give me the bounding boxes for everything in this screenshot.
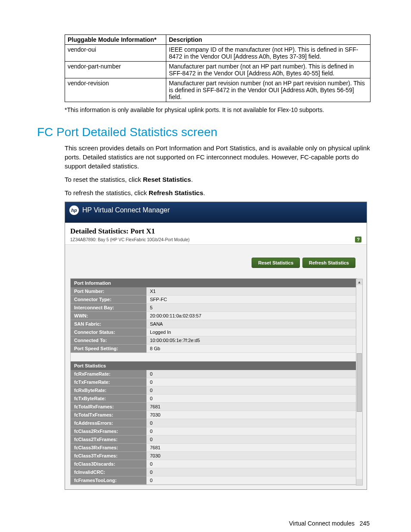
grid-key: fcClass3TxFrames:	[71, 452, 146, 460]
grid-key: fcTxFrameRate:	[71, 378, 146, 386]
grid-row: Port Speed Setting:8 Gb	[71, 345, 357, 353]
grid-value: 7030	[146, 411, 357, 419]
grid-value: 0	[146, 436, 357, 444]
table-header: Description	[166, 35, 371, 45]
grid-row: fcFramesTooLong:0	[71, 476, 357, 485]
grid-row: fcTxFrameRate:0	[71, 378, 357, 386]
grid-key: fcRxFrameRate:	[71, 370, 146, 378]
grid-value: 20:00:00:11:0a:02:03:57	[146, 312, 357, 320]
scrollbar-thumb[interactable]	[357, 353, 362, 412]
grid-row: Port Number:X1	[71, 287, 357, 296]
grid-key: fcTotalRxFrames:	[71, 403, 146, 411]
grid-row: Interconnect Bay:5	[71, 304, 357, 312]
grid-value: 7030	[146, 452, 357, 460]
text: .	[191, 176, 193, 183]
breadcrumb: 1Z34AB7890: Bay 5 (HP VC FlexFabric 10Gb…	[70, 237, 190, 242]
grid-key: WWN:	[71, 312, 146, 320]
vc-manager-window: hp HP Virtual Connect Manager Detailed S…	[65, 202, 367, 490]
grid-value: SANA	[146, 320, 357, 328]
grid-key: fcClass2RxFrames:	[71, 427, 146, 436]
grid-section-title: Port Statistics	[71, 361, 357, 370]
section-heading: FC Port Detailed Statistics screen	[37, 125, 374, 139]
grid-key: fcClass3RxFrames:	[71, 444, 146, 452]
text: To refresh the statistics, click	[65, 189, 149, 196]
grid-row: Connected To:10:00:00:05:1e:7f:2e:d5	[71, 336, 357, 345]
hp-logo-icon: hp	[69, 205, 79, 215]
cell-key: vendor-revision	[65, 78, 166, 102]
paragraph: This screen provides details on Port Inf…	[65, 143, 374, 171]
window-titlebar: hp HP Virtual Connect Manager	[65, 202, 367, 223]
page-footer: Virtual Connect modules 245	[37, 520, 374, 527]
grid-value: 0	[146, 386, 357, 395]
help-icon[interactable]: ?	[355, 236, 361, 243]
cell-key: vendor-part-number	[65, 62, 166, 78]
grid-row: fcAddressErrors:0	[71, 419, 357, 427]
grid-row: fcClass2TxFrames:0	[71, 436, 357, 444]
grid-row: WWN:20:00:00:11:0a:02:03:57	[71, 312, 357, 320]
grid-value: X1	[146, 287, 357, 296]
cell-value: Manufacturer part number (not an HP part…	[166, 62, 371, 78]
grid-key: Connector Type:	[71, 296, 146, 304]
table-footnote: *This information is only available for …	[65, 106, 374, 113]
grid-row: fcClass2RxFrames:0	[71, 427, 357, 436]
statistics-grid: Port InformationPort Number:X1Connector …	[71, 279, 357, 485]
pluggable-module-table: Pluggable Module Information* Descriptio…	[65, 34, 371, 102]
grid-row: fcInvalidCRC:0	[71, 468, 357, 476]
grid-key: fcTxByteRate:	[71, 395, 146, 403]
grid-key: Interconnect Bay:	[71, 304, 146, 312]
grid-value: SFP-FC	[146, 296, 357, 304]
grid-section-header: Port Information	[71, 279, 357, 287]
grid-row: fcRxByteRate:0	[71, 386, 357, 395]
grid-section-header: Port Statistics	[71, 361, 357, 370]
bold-text: Reset Statistics	[143, 176, 191, 183]
page-title: Detailed Statistics: Port X1	[70, 227, 361, 236]
text: .	[203, 189, 205, 196]
paragraph: To refresh the statistics, click Refresh…	[65, 188, 374, 197]
cell-value: IEEE company ID of the manufacturer (not…	[166, 45, 371, 62]
grid-key: fcTotalTxFrames:	[71, 411, 146, 419]
grid-value: 0	[146, 460, 357, 468]
grid-key: fcFramesTooLong:	[71, 476, 146, 485]
grid-key: fcClass3Discards:	[71, 460, 146, 468]
text: To reset the statistics, click	[65, 176, 143, 183]
scroll-down-icon[interactable]	[356, 479, 362, 485]
cell-value: Manufacturer part revision number (not a…	[166, 78, 371, 102]
grid-row: Connector Type:SFP-FC	[71, 296, 357, 304]
grid-value: 10:00:00:05:1e:7f:2e:d5	[146, 336, 357, 345]
grid-value: 0	[146, 468, 357, 476]
grid-key: fcClass2TxFrames:	[71, 436, 146, 444]
grid-row: fcRxFrameRate:0	[71, 370, 357, 378]
grid-value: 7681	[146, 403, 357, 411]
grid-value: 0	[146, 427, 357, 436]
scroll-up-icon[interactable]: ▲	[356, 279, 362, 285]
grid-row: SAN Fabric:SANA	[71, 320, 357, 328]
grid-value: 5	[146, 304, 357, 312]
refresh-statistics-button[interactable]: Refresh Statistics	[302, 258, 355, 268]
table-row: vendor-ouiIEEE company ID of the manufac…	[65, 45, 371, 62]
table-row: vendor-part-numberManufacturer part numb…	[65, 62, 371, 78]
cell-key: vendor-oui	[65, 45, 166, 62]
grid-row: fcClass3TxFrames:7030	[71, 452, 357, 460]
paragraph: To reset the statistics, click Reset Sta…	[65, 175, 374, 184]
grid-value: 0	[146, 378, 357, 386]
grid-row: fcTxByteRate:0	[71, 395, 357, 403]
grid-key: Connector Status:	[71, 328, 146, 336]
reset-statistics-button[interactable]: Reset Statistics	[252, 258, 300, 268]
grid-key: fcAddressErrors:	[71, 419, 146, 427]
grid-row: fcClass3Discards:0	[71, 460, 357, 468]
grid-key: fcInvalidCRC:	[71, 468, 146, 476]
grid-value: 8 Gb	[146, 345, 357, 353]
grid-row: fcTotalRxFrames:7681	[71, 403, 357, 411]
grid-value: 0	[146, 395, 357, 403]
grid-key: Connected To:	[71, 336, 146, 345]
grid-value: 0	[146, 419, 357, 427]
grid-section-title: Port Information	[71, 279, 357, 287]
grid-row: fcClass3RxFrames:7681	[71, 444, 357, 452]
grid-value: 0	[146, 476, 357, 485]
table-row: vendor-revisionManufacturer part revisio…	[65, 78, 371, 102]
table-header: Pluggable Module Information*	[65, 35, 166, 45]
grid-row: Connector Status:Logged In	[71, 328, 357, 336]
vertical-scrollbar[interactable]: ▲	[356, 279, 363, 485]
bold-text: Refresh Statistics	[149, 189, 203, 196]
grid-key: fcRxByteRate:	[71, 386, 146, 395]
